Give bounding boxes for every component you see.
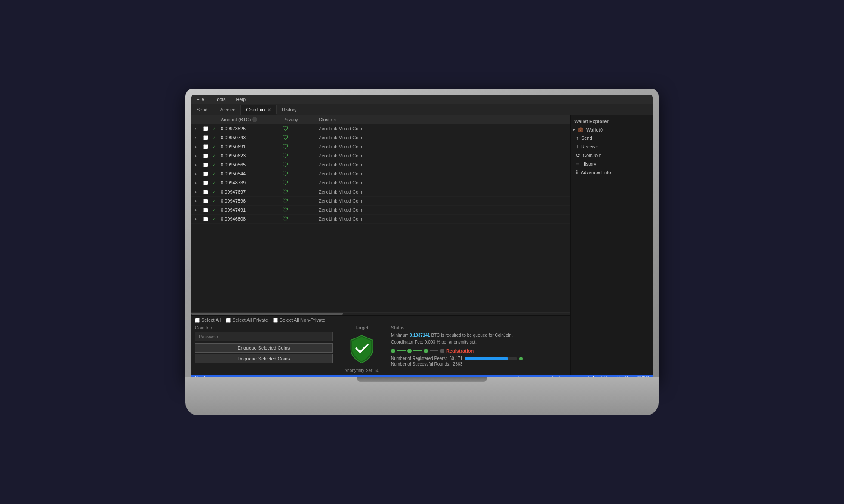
- wallet-explorer: Wallet Explorer ▸ 💼 Wallet0 ↑ Send ↓: [571, 115, 653, 375]
- laptop-hinge: [357, 377, 487, 382]
- row-amount-10: 0.09946808: [221, 216, 281, 221]
- table-row[interactable]: ▸ ✓ 0.09978525 🛡 ZeroLink Mixed Coin: [191, 124, 570, 133]
- menu-help[interactable]: Help: [234, 96, 247, 103]
- successful-rounds-row: Number of Successful Rounds: 2863: [391, 362, 567, 366]
- min-btc: 0.1037141: [410, 333, 430, 338]
- wallet-item[interactable]: ▸ 💼 Wallet0: [571, 126, 653, 134]
- select-non-private-checkbox[interactable]: Select All Non-Private: [273, 317, 325, 323]
- history-icon: ≡: [576, 161, 579, 167]
- password-input[interactable]: [195, 332, 333, 341]
- laptop-base: [185, 377, 659, 415]
- tab-history[interactable]: History: [277, 105, 302, 115]
- coinjoin-controls: CoinJoin Enqueue Selected Coins Dequeue …: [195, 325, 333, 373]
- row-expand-7: ▸: [195, 190, 202, 194]
- row-amount-9: 0.09947491: [221, 207, 281, 212]
- row-checkbox-3[interactable]: [203, 154, 208, 158]
- table-row[interactable]: ▸ ✓ 0.09947697 🛡 ZeroLink Mixed Coin: [191, 187, 570, 197]
- table-row[interactable]: ▸ ✓ 0.09946808 🛡 ZeroLink Mixed Coin: [191, 215, 570, 224]
- row-expand-4: ▸: [195, 163, 202, 167]
- row-amount-1: 0.09950743: [221, 135, 281, 140]
- horizontal-scrollbar[interactable]: [191, 312, 570, 315]
- row-expand-0: ▸: [195, 126, 202, 131]
- table-row[interactable]: ▸ ✓ 0.09950743 🛡 ZeroLink Mixed Coin: [191, 133, 570, 142]
- progress-line-3: [430, 350, 438, 351]
- row-checkbox-8[interactable]: [203, 199, 208, 203]
- row-privacy-10: 🛡: [283, 215, 317, 222]
- table-row[interactable]: ▸ ✓ 0.09947491 🛡 ZeroLink Mixed Coin: [191, 206, 570, 215]
- anonymity-label: Anonymity Set: 50: [344, 368, 379, 373]
- table-row[interactable]: ▸ ✓ 0.09950691 🛡 ZeroLink Mixed Coin: [191, 142, 570, 151]
- row-checkbox-7[interactable]: [203, 190, 208, 194]
- tab-bar: Send Receive CoinJoin ✕ History: [191, 104, 653, 115]
- progress-dot-1: [391, 349, 395, 353]
- registered-peers-row: Number of Registered Peers: 60 / 71: [391, 356, 567, 361]
- tab-coinjoin[interactable]: CoinJoin ✕: [241, 105, 277, 115]
- amount-info-icon[interactable]: i: [252, 117, 257, 122]
- row-checkbox-1[interactable]: [203, 135, 208, 140]
- menu-bar: File Tools Help: [191, 95, 653, 104]
- coinjoin-section: CoinJoin Enqueue Selected Coins Dequeue …: [195, 325, 567, 373]
- progress-track: Registration: [391, 348, 567, 353]
- table-row[interactable]: ▸ ✓ 0.09950565 🛡 ZeroLink Mixed Coin: [191, 160, 570, 169]
- explorer-advanced-info[interactable]: ℹ Advanced Info: [571, 168, 653, 177]
- privacy-col-header: Privacy: [283, 117, 317, 122]
- dequeue-button[interactable]: Dequeue Selected Coins: [195, 354, 333, 363]
- row-check-10: ✓: [212, 217, 219, 221]
- row-expand-2: ▸: [195, 144, 202, 149]
- explorer-receive[interactable]: ↓ Receive: [571, 142, 653, 151]
- row-cluster-6: ZeroLink Mixed Coin: [319, 180, 405, 185]
- coinjoin-icon: ⟳: [576, 152, 580, 158]
- menu-tools[interactable]: Tools: [213, 96, 228, 103]
- row-privacy-3: 🛡: [283, 152, 317, 159]
- row-expand-9: ▸: [195, 208, 202, 212]
- peers-indicator: [519, 357, 523, 360]
- row-cluster-2: ZeroLink Mixed Coin: [319, 144, 405, 149]
- select-private-checkbox[interactable]: Select All Private: [226, 317, 268, 323]
- row-cluster-8: ZeroLink Mixed Coin: [319, 198, 405, 203]
- row-check-7: ✓: [212, 190, 219, 194]
- row-checkbox-10[interactable]: [203, 217, 208, 221]
- progress-line-1: [397, 350, 406, 351]
- explorer-history[interactable]: ≡ History: [571, 160, 653, 168]
- info-icon: ℹ: [576, 169, 578, 175]
- row-cluster-1: ZeroLink Mixed Coin: [319, 135, 405, 140]
- row-check-9: ✓: [212, 208, 219, 212]
- row-privacy-5: 🛡: [283, 170, 317, 177]
- row-check-3: ✓: [212, 154, 219, 158]
- table-row[interactable]: ▸ ✓ 0.09950544 🛡 ZeroLink Mixed Coin: [191, 169, 570, 178]
- row-check-4: ✓: [212, 163, 219, 167]
- row-checkbox-9[interactable]: [203, 208, 208, 212]
- receive-icon: ↓: [576, 144, 579, 150]
- tab-close-icon[interactable]: ✕: [268, 108, 271, 112]
- table-row[interactable]: ▸ ✓ 0.09947596 🛡 ZeroLink Mixed Coin: [191, 197, 570, 206]
- table-row[interactable]: ▸ ✓ 0.09950623 🛡 ZeroLink Mixed Coin: [191, 151, 570, 160]
- tab-send[interactable]: Send: [191, 105, 213, 115]
- row-cluster-0: ZeroLink Mixed Coin: [319, 126, 405, 131]
- enqueue-button[interactable]: Enqueue Selected Coins: [195, 343, 333, 353]
- select-options-row: Select All Select All Private Select All…: [195, 317, 567, 323]
- status-label: Status: [391, 325, 567, 330]
- explorer-coinjoin[interactable]: ⟳ CoinJoin: [571, 151, 653, 160]
- row-cluster-5: ZeroLink Mixed Coin: [319, 171, 405, 176]
- row-amount-7: 0.09947697: [221, 189, 281, 194]
- row-amount-2: 0.09950691: [221, 144, 281, 149]
- row-amount-0: 0.09978525: [221, 126, 281, 131]
- select-all-checkbox[interactable]: Select All: [195, 317, 221, 323]
- row-checkbox-0[interactable]: [203, 126, 208, 131]
- explorer-send[interactable]: ↑ Send: [571, 134, 653, 142]
- row-amount-4: 0.09950565: [221, 162, 281, 167]
- shield-container: [345, 332, 379, 366]
- row-checkbox-6[interactable]: [203, 181, 208, 185]
- menu-file[interactable]: File: [195, 96, 206, 103]
- tab-receive[interactable]: Receive: [213, 105, 241, 115]
- row-cluster-3: ZeroLink Mixed Coin: [319, 153, 405, 158]
- table-row[interactable]: ▸ ✓ 0.09948739 🛡 ZeroLink Mixed Coin: [191, 178, 570, 187]
- row-checkbox-5[interactable]: [203, 172, 208, 176]
- row-checkbox-4[interactable]: [203, 163, 208, 167]
- row-check-8: ✓: [212, 199, 219, 203]
- progress-line-2: [413, 350, 422, 351]
- row-privacy-1: 🛡: [283, 134, 317, 141]
- row-checkbox-2[interactable]: [203, 144, 208, 149]
- row-privacy-4: 🛡: [283, 161, 317, 168]
- row-check-5: ✓: [212, 172, 219, 176]
